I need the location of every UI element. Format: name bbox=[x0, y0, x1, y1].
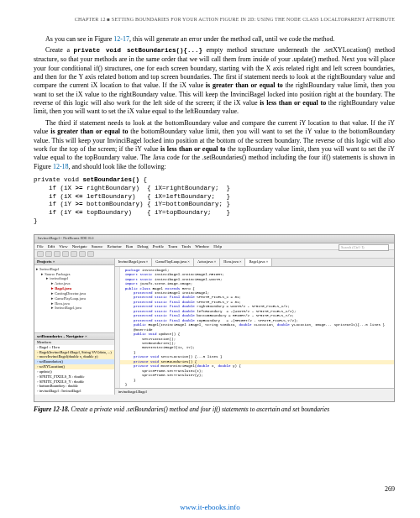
ide-main-panel: InvinciBagel.java ×GamePlayLoop.java ×Ac… bbox=[115, 259, 395, 395]
bold-text: is greater than or equal to bbox=[50, 128, 128, 135]
menu-tools[interactable]: Tools bbox=[181, 244, 191, 249]
editor-tab[interactable]: InvinciBagel.java × bbox=[115, 259, 153, 266]
bold-text: is less than or equal to bbox=[160, 145, 226, 153]
code-gutter bbox=[115, 267, 120, 388]
editor-tab[interactable]: Bagel.java × bbox=[245, 259, 272, 266]
nav-item[interactable]: ◦ leftBoundary : double bbox=[34, 394, 114, 395]
status-bar: invincibagel.Bagel invinciBagel.Memory()… bbox=[115, 388, 395, 395]
navigator-list[interactable]: ◦ Bagel :: Hero◦ Bagel(InvinciBagel iBag… bbox=[34, 345, 114, 395]
code-text: { bbox=[139, 176, 147, 183]
code-text: private void bbox=[34, 176, 83, 183]
paragraph-1: As you can see in Figure 12-17, this wil… bbox=[34, 35, 395, 44]
toolbar-button[interactable] bbox=[87, 251, 94, 257]
tree-item[interactable]: ▸ InvinciBagel.java bbox=[36, 306, 113, 311]
menu-view[interactable]: View bbox=[59, 244, 68, 249]
toolbar-button[interactable] bbox=[54, 251, 60, 257]
navigator-panel: setBoundaries - Navigator × Members ◦ Ba… bbox=[34, 333, 114, 395]
ide-screenshot: InvinciBagel - NetBeans IDE 8.0 File Edi… bbox=[34, 234, 395, 402]
code-text: topBoundary) { iY=topBoundary; } bbox=[83, 209, 231, 216]
code-text: rightBoundary) { iX=rightBoundary; } bbox=[83, 185, 231, 191]
status-breadcrumb: invincibagel.Bagel bbox=[118, 390, 147, 394]
code-op: >= bbox=[76, 185, 83, 191]
chapter-header: CHAPTER 12 ■ SETTING BOUNDARIES FOR YOUR… bbox=[34, 17, 395, 22]
code-text: leftBoundary) { iX=leftBoundary; } bbox=[83, 193, 231, 200]
figure-caption: Figure 12-18. Create a private void .set… bbox=[34, 406, 395, 413]
code-line: public Bagel(InvinciBagel iBagel, String… bbox=[118, 323, 395, 327]
page-number: 269 bbox=[385, 485, 395, 493]
inline-code: private void setBoundaries(){...} bbox=[73, 47, 202, 54]
menu-team[interactable]: Team bbox=[168, 244, 177, 249]
paragraph-3: The third if statement needs to look at … bbox=[34, 119, 395, 171]
figure-ref-12-18: 12-18 bbox=[53, 163, 69, 170]
projects-header[interactable]: Projects × bbox=[34, 259, 114, 265]
ide-toolbar bbox=[34, 250, 394, 259]
text: Create a bbox=[45, 46, 73, 54]
code-text: bottomBoundary) { iY=bottomBoundary; } bbox=[83, 201, 231, 207]
editor-tab[interactable]: GamePlayLoop.java × bbox=[152, 259, 194, 266]
text: As you can see in Figure bbox=[45, 35, 113, 43]
search-input[interactable]: Search (Ctrl+I) bbox=[339, 244, 389, 251]
footer-link[interactable]: www.it-ebooks.info bbox=[0, 503, 420, 511]
menu-debug[interactable]: Debug bbox=[137, 244, 148, 249]
projects-panel: Projects × ▸ InvinciBagel▸ Source Packag… bbox=[34, 259, 114, 333]
menu-file[interactable]: File bbox=[37, 244, 44, 249]
bold-text: is less than or equal to bbox=[260, 99, 326, 107]
code-op: <= bbox=[76, 209, 83, 216]
project-tree[interactable]: ▸ InvinciBagel▸ Source Packages▸ invinci… bbox=[34, 265, 114, 313]
code-text: if (iX bbox=[34, 193, 76, 200]
code-block: private void setBoundaries() { if (iX >=… bbox=[34, 176, 395, 226]
code-editor[interactable]: package invincibagel;import static invin… bbox=[115, 267, 395, 388]
menu-navigate[interactable]: Navigate bbox=[72, 244, 87, 249]
toolbar-button[interactable] bbox=[71, 251, 77, 257]
code-line: } bbox=[118, 383, 395, 387]
text: , this will generate an error under the … bbox=[129, 35, 335, 43]
figure-number: Figure 12-18. bbox=[34, 406, 70, 413]
toolbar-button[interactable] bbox=[45, 251, 52, 257]
editor-tab[interactable]: Hero.java × bbox=[220, 259, 245, 266]
caption-text: Create a private void .setBoundaries() m… bbox=[70, 406, 330, 413]
ide-left-panel: Projects × ▸ InvinciBagel▸ Source Packag… bbox=[34, 259, 115, 395]
editor-tabs: InvinciBagel.java ×GamePlayLoop.java ×Ac… bbox=[115, 259, 395, 267]
code-text: if (iY bbox=[34, 209, 76, 216]
figure-ref-12-17: 12-17 bbox=[113, 35, 129, 43]
toolbar-button[interactable] bbox=[79, 251, 86, 257]
navigator-header[interactable]: setBoundaries - Navigator × bbox=[34, 333, 114, 340]
code-text: if (iX bbox=[34, 185, 76, 191]
menu-run[interactable]: Run bbox=[126, 244, 133, 249]
code-method: setBoundaries() bbox=[83, 176, 140, 183]
menu-window[interactable]: Window bbox=[195, 244, 209, 249]
code-text: if (iY bbox=[34, 201, 76, 207]
code-op: <= bbox=[76, 193, 83, 200]
text: , and should look like the following: bbox=[69, 163, 166, 170]
code-text: } bbox=[34, 217, 38, 224]
paragraph-2: Create a private void setBoundaries(){..… bbox=[34, 46, 395, 116]
bold-text: is greater than or equal to bbox=[206, 81, 283, 89]
ide-title-bar: InvinciBagel - NetBeans IDE 8.0 bbox=[34, 235, 394, 243]
menu-edit[interactable]: Edit bbox=[48, 244, 55, 249]
ide-body: Projects × ▸ InvinciBagel▸ Source Packag… bbox=[34, 259, 394, 395]
menu-help[interactable]: Help bbox=[213, 244, 222, 249]
editor-tab[interactable]: Actor.java × bbox=[194, 259, 220, 266]
menu-source[interactable]: Source bbox=[92, 244, 103, 249]
menu-refactor[interactable]: Refactor bbox=[108, 244, 122, 249]
code-op: >= bbox=[76, 201, 83, 207]
menu-profile[interactable]: Profile bbox=[153, 244, 165, 249]
toolbar-button[interactable] bbox=[62, 251, 69, 257]
toolbar-button[interactable] bbox=[37, 251, 44, 257]
